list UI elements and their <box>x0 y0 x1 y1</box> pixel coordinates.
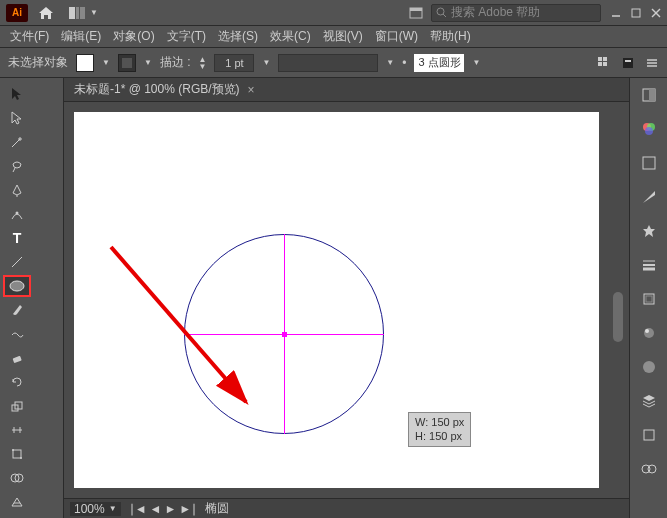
eraser-tool[interactable] <box>3 347 31 369</box>
chevron-down-icon[interactable]: ▼ <box>102 58 110 67</box>
menu-select[interactable]: 选择(S) <box>212 28 264 45</box>
width-tool[interactable] <box>3 419 31 441</box>
menu-bar: 文件(F) 编辑(E) 对象(O) 文字(T) 选择(S) 效果(C) 视图(V… <box>0 26 667 48</box>
chevron-down-icon[interactable]: ▼ <box>262 58 270 67</box>
svg-rect-1 <box>76 7 79 19</box>
curvature-tool[interactable] <box>3 203 31 225</box>
stroke-label: 描边 : <box>160 54 191 71</box>
svg-point-60 <box>643 361 655 373</box>
artboard-first-icon[interactable]: ∣◄ <box>129 502 147 516</box>
close-icon[interactable] <box>651 8 661 18</box>
svg-point-27 <box>12 449 14 451</box>
svg-point-20 <box>16 212 19 215</box>
selection-status: 未选择对象 <box>8 54 68 71</box>
layout-dropdown[interactable]: ▼ <box>68 6 98 20</box>
asset-export-panel-icon[interactable] <box>638 424 660 446</box>
magic-wand-tool[interactable] <box>3 131 31 153</box>
menu-type[interactable]: 文字(T) <box>161 28 212 45</box>
chevron-down-icon[interactable]: ▼ <box>472 58 480 67</box>
direct-selection-tool[interactable] <box>3 107 31 129</box>
svg-rect-48 <box>649 89 655 101</box>
chevron-down-icon[interactable]: ▼ <box>144 58 152 67</box>
panel-grid-icon[interactable] <box>597 56 611 70</box>
scale-tool[interactable] <box>3 395 31 417</box>
svg-rect-0 <box>69 7 75 19</box>
svg-rect-11 <box>598 57 602 61</box>
close-tab-icon[interactable]: × <box>248 83 255 97</box>
layers-panel-icon[interactable] <box>638 390 660 412</box>
stroke-weight-input[interactable] <box>214 54 254 72</box>
panel-menu-icon[interactable] <box>645 56 659 70</box>
menu-effect[interactable]: 效果(C) <box>264 28 317 45</box>
svg-point-63 <box>648 465 656 473</box>
center-anchor <box>282 332 287 337</box>
line-tool[interactable] <box>3 251 31 273</box>
cloud-doc-icon[interactable] <box>409 6 423 20</box>
stroke-swatch[interactable] <box>118 54 136 72</box>
menu-file[interactable]: 文件(F) <box>4 28 55 45</box>
svg-rect-57 <box>646 296 652 302</box>
canvas[interactable]: W: 150 px H: 150 px <box>74 112 599 488</box>
swatches-panel-icon[interactable] <box>638 152 660 174</box>
svg-rect-61 <box>644 430 654 440</box>
search-placeholder: 搜索 Adobe 帮助 <box>451 4 540 21</box>
transparency-panel-icon[interactable] <box>638 356 660 378</box>
appearance-panel-icon[interactable] <box>638 322 660 344</box>
ellipse-tool[interactable] <box>3 275 31 297</box>
menu-view[interactable]: 视图(V) <box>317 28 369 45</box>
scrollbar-thumb[interactable] <box>613 292 623 342</box>
chevron-down-icon[interactable]: ▼ <box>386 58 394 67</box>
transform-panel-icon[interactable] <box>638 288 660 310</box>
maximize-icon[interactable] <box>631 8 641 18</box>
svg-rect-8 <box>632 9 640 17</box>
library-panel-icon[interactable] <box>638 458 660 480</box>
menu-object[interactable]: 对象(O) <box>107 28 160 45</box>
brush-preview[interactable]: 3 点圆形 <box>414 54 464 72</box>
artboard-last-icon[interactable]: ►∣ <box>179 502 197 516</box>
perspective-tool[interactable] <box>3 491 31 513</box>
menu-edit[interactable]: 编辑(E) <box>55 28 107 45</box>
dimension-tooltip: W: 150 px H: 150 px <box>408 412 471 447</box>
svg-rect-52 <box>643 157 655 169</box>
brushes-panel-icon[interactable] <box>638 186 660 208</box>
variable-width-profile[interactable] <box>278 54 378 72</box>
panel-align-icon[interactable] <box>621 56 635 70</box>
fill-swatch[interactable] <box>76 54 94 72</box>
color-panel-icon[interactable] <box>638 118 660 140</box>
home-icon[interactable] <box>38 6 54 20</box>
svg-point-28 <box>20 457 22 459</box>
paintbrush-tool[interactable] <box>3 299 31 321</box>
type-tool[interactable]: T <box>3 227 31 249</box>
search-icon <box>436 7 447 18</box>
shaper-tool[interactable] <box>3 323 31 345</box>
search-input[interactable]: 搜索 Adobe 帮助 <box>431 4 601 22</box>
free-transform-tool[interactable] <box>3 443 31 465</box>
vertical-scrollbar[interactable] <box>611 112 625 468</box>
svg-rect-23 <box>13 356 22 363</box>
menu-window[interactable]: 窗口(W) <box>369 28 424 45</box>
shape-builder-tool[interactable] <box>3 467 31 489</box>
svg-rect-2 <box>80 7 85 19</box>
svg-rect-4 <box>410 8 422 11</box>
rotate-tool[interactable] <box>3 371 31 393</box>
document-tab-title[interactable]: 未标题-1* @ 100% (RGB/预览) <box>74 81 240 98</box>
menu-help[interactable]: 帮助(H) <box>424 28 477 45</box>
zoom-value: 100% <box>74 502 105 516</box>
properties-panel-icon[interactable] <box>638 84 660 106</box>
lasso-tool[interactable] <box>3 155 31 177</box>
zoom-dropdown[interactable]: 100% ▼ <box>70 502 121 516</box>
right-panel-dock <box>629 78 667 518</box>
artboard-next-icon[interactable]: ► <box>164 502 176 516</box>
svg-point-59 <box>645 329 649 333</box>
artboard-prev-icon[interactable]: ◄ <box>150 502 162 516</box>
selection-tool[interactable] <box>3 83 31 105</box>
minimize-icon[interactable] <box>611 8 621 18</box>
stroke-stepper-up[interactable]: ▲▼ <box>199 56 207 70</box>
symbols-panel-icon[interactable] <box>638 220 660 242</box>
pen-tool[interactable] <box>3 179 31 201</box>
dimension-width: W: 150 px <box>415 415 464 429</box>
stroke-panel-icon[interactable] <box>638 254 660 276</box>
svg-rect-13 <box>598 62 602 66</box>
svg-rect-16 <box>625 60 631 62</box>
app-logo: Ai <box>6 4 28 22</box>
